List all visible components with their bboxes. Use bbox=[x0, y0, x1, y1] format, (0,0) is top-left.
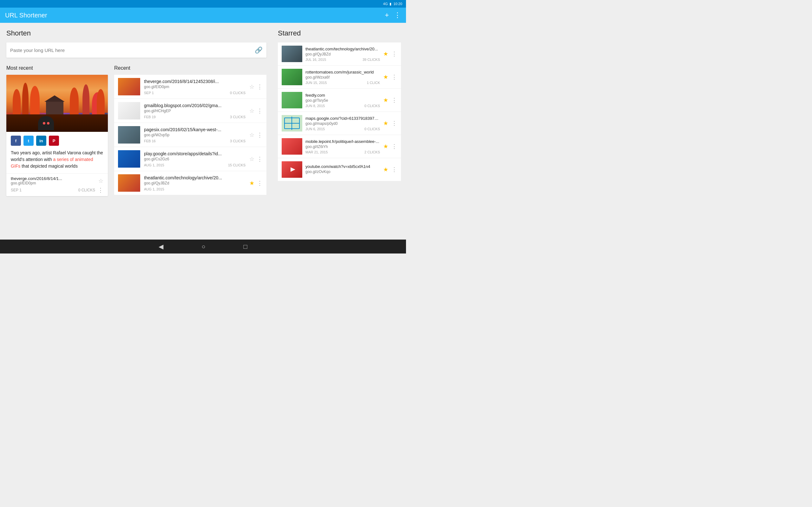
star-button[interactable]: ☆ bbox=[249, 131, 254, 138]
social-buttons: f t in P bbox=[6, 132, 108, 150]
link-icon: 🔗 bbox=[255, 46, 263, 54]
recent-item-url: theverge.com/2016/8/14/12452308/i... bbox=[144, 79, 246, 84]
recent-item-clicks: 15 CLICKS bbox=[228, 163, 246, 167]
card-description: Two years ago, artist Rafael Varona caug… bbox=[6, 150, 108, 173]
list-item[interactable]: mobile.lepoint.fr/politique/l-assemblee-… bbox=[278, 135, 401, 158]
description-text2: that depicted magical worlds bbox=[20, 164, 78, 169]
recent-item-short: goo.gl/EID0pm bbox=[144, 84, 246, 89]
starred-item-url: maps.google.com/?cid=613379183973... bbox=[305, 116, 380, 121]
recent-item-info: theverge.com/2016/8/14/12452308/i... goo… bbox=[144, 79, 246, 95]
facebook-share-button[interactable]: f bbox=[11, 135, 21, 146]
more-options-button[interactable]: ⋮ bbox=[98, 187, 103, 193]
starred-item-info: maps.google.com/?cid=613379183973... goo… bbox=[305, 116, 380, 131]
starred-item-info: theatlantic.com/technology/archive/20...… bbox=[305, 47, 380, 61]
more-button[interactable]: ⋮ bbox=[392, 143, 397, 150]
star-button[interactable]: ★ bbox=[383, 50, 388, 57]
list-item[interactable]: play.google.com/store/apps/details?id...… bbox=[114, 147, 266, 171]
recent-thumb bbox=[118, 150, 140, 168]
url-input[interactable] bbox=[10, 48, 255, 53]
starred-item-date: JUN 8, 2015 bbox=[305, 104, 325, 108]
star-button[interactable]: ★ bbox=[383, 166, 388, 173]
star-button[interactable]: ★ bbox=[383, 73, 388, 80]
star-button[interactable]: ☆ bbox=[249, 156, 254, 163]
most-recent-card[interactable]: f t in P Two years ago, artist Rafael Va… bbox=[6, 75, 108, 196]
list-item[interactable]: feedly.com goo.gl/Tsry5e JUN 8, 2015 0 C… bbox=[278, 89, 401, 112]
list-item[interactable]: theatlantic.com/technology/archive/20...… bbox=[278, 43, 401, 66]
recent-thumb bbox=[118, 126, 140, 144]
more-button[interactable]: ⋮ bbox=[257, 83, 263, 90]
more-button[interactable]: ⋮ bbox=[257, 180, 263, 187]
starred-item-date: JUN 15, 2015 bbox=[305, 81, 327, 84]
most-recent-image bbox=[6, 75, 108, 132]
add-button[interactable]: + bbox=[385, 11, 389, 19]
list-item[interactable]: maps.google.com/?cid=613379183973... goo… bbox=[278, 112, 401, 135]
recent-item-url: gmailblog.blogspot.com/2016/02/gma... bbox=[144, 103, 246, 108]
linkedin-share-button[interactable]: in bbox=[36, 135, 46, 146]
app-bar-actions: + ⋮ bbox=[385, 11, 401, 19]
starred-item-clicks: 0 CLICKS bbox=[364, 104, 380, 108]
starred-item-url: feedly.com bbox=[305, 93, 380, 98]
home-button[interactable]: ○ bbox=[201, 243, 205, 250]
pinterest-share-button[interactable]: P bbox=[49, 135, 59, 146]
starred-item-url: rottentomatoes.com/m/jurassic_world bbox=[305, 70, 380, 74]
recent-thumb bbox=[118, 102, 140, 119]
list-item[interactable]: pagesix.com/2016/02/15/kanye-west-... go… bbox=[114, 123, 266, 147]
star-button[interactable]: ☆ bbox=[249, 83, 254, 90]
starred-title: Starred bbox=[278, 29, 401, 38]
star-button[interactable]: ☆ bbox=[249, 107, 254, 114]
more-button[interactable]: ⋮ bbox=[392, 97, 397, 104]
starred-item-clicks: 39 CLICKS bbox=[362, 58, 380, 61]
recent-item-date: FEB 16 bbox=[144, 139, 156, 143]
status-bar: 4G ▮ 10:20 bbox=[0, 0, 406, 8]
time-display: 10:20 bbox=[393, 2, 402, 6]
starred-item-url: youtube.com/watch?v=xbl5cxfA1n4 bbox=[305, 164, 380, 169]
card-clicks: 0 CLICKS bbox=[78, 188, 95, 192]
more-button[interactable]: ⋮ bbox=[392, 50, 397, 57]
star-button[interactable]: ★ bbox=[383, 143, 388, 150]
card-url-row: theverge.com/2016/8/14/1... goo.gl/EID0p… bbox=[11, 176, 103, 185]
list-item[interactable]: theatlantic.com/technology/archive/20...… bbox=[114, 171, 266, 195]
list-item[interactable]: gmailblog.blogspot.com/2016/02/gma... go… bbox=[114, 99, 266, 123]
recents-button[interactable]: □ bbox=[244, 243, 247, 250]
starred-item-meta: JUN 6, 2015 0 CLICKS bbox=[305, 127, 380, 131]
starred-item-clicks: 2 CLICKS bbox=[364, 150, 380, 154]
starred-item-info: rottentomatoes.com/m/jurassic_world goo.… bbox=[305, 70, 380, 84]
more-button[interactable]: ⋮ bbox=[392, 166, 397, 173]
recent-item-clicks: 0 CLICKS bbox=[230, 91, 246, 95]
more-button[interactable]: ⋮ bbox=[392, 120, 397, 127]
more-button[interactable]: ⋮ bbox=[257, 107, 263, 114]
most-recent-title: Most recent bbox=[6, 65, 108, 71]
twitter-share-button[interactable]: t bbox=[23, 135, 34, 146]
starred-item-short: goo.gl/zOvKqo bbox=[305, 170, 380, 174]
star-button[interactable]: ★ bbox=[383, 97, 388, 104]
star-button[interactable]: ★ bbox=[249, 180, 254, 187]
recent-item-url: play.google.com/store/apps/details?id... bbox=[144, 151, 246, 156]
card-short-url: goo.gl/EID0pm bbox=[11, 181, 62, 185]
back-button[interactable]: ◀ bbox=[159, 243, 163, 250]
app-bar: URL Shortener + ⋮ bbox=[0, 8, 406, 23]
recent-item-actions: ☆ ⋮ bbox=[249, 131, 263, 138]
recent-item-short: goo.gl/Cs2Gz6 bbox=[144, 157, 246, 161]
signal-indicator: 4G bbox=[383, 2, 388, 6]
starred-thumb bbox=[282, 115, 302, 131]
starred-thumb bbox=[282, 69, 302, 85]
starred-item-date: MAR 21, 2015 bbox=[305, 150, 328, 154]
recent-item-url: pagesix.com/2016/02/15/kanye-west-... bbox=[144, 127, 246, 132]
list-item[interactable]: theverge.com/2016/8/14/12452308/i... goo… bbox=[114, 75, 266, 99]
main-content: Shorten 🔗 Most recent bbox=[0, 23, 406, 239]
recent-item-meta: SEP 1 0 CLICKS bbox=[144, 91, 246, 95]
more-button[interactable]: ⋮ bbox=[257, 156, 263, 163]
more-menu-button[interactable]: ⋮ bbox=[394, 11, 401, 19]
list-item[interactable]: youtube.com/watch?v=xbl5cxfA1n4 goo.gl/z… bbox=[278, 158, 401, 181]
starred-item-info: mobile.lepoint.fr/politique/l-assemblee-… bbox=[305, 139, 380, 154]
recent-item-date: FEB 19 bbox=[144, 115, 156, 119]
recent-item-info: play.google.com/store/apps/details?id...… bbox=[144, 151, 246, 167]
url-input-container[interactable]: 🔗 bbox=[6, 43, 266, 58]
star-icon[interactable]: ☆ bbox=[98, 177, 103, 184]
recent-item-actions: ☆ ⋮ bbox=[249, 83, 263, 90]
starred-item-short: goo.gl/maps/p0yd0 bbox=[305, 121, 380, 126]
more-button[interactable]: ⋮ bbox=[392, 73, 397, 80]
star-button[interactable]: ★ bbox=[383, 120, 388, 127]
more-button[interactable]: ⋮ bbox=[257, 131, 263, 138]
list-item[interactable]: rottentomatoes.com/m/jurassic_world goo.… bbox=[278, 66, 401, 89]
